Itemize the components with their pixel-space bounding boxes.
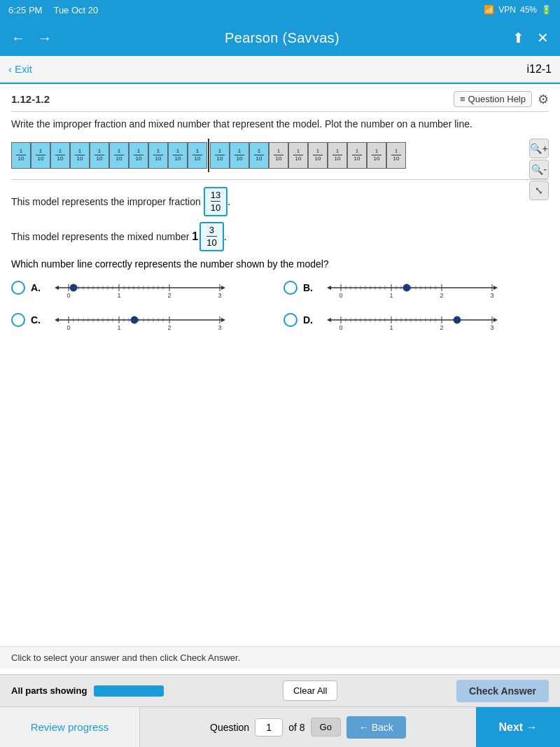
improper-denominator: 10: [211, 202, 220, 214]
back-button[interactable]: ← Back: [346, 716, 406, 739]
svg-marker-62: [221, 318, 225, 322]
number-line-a: 0 1 2 3: [49, 275, 276, 300]
label-a: A.: [31, 282, 41, 293]
help-button-label: Question Help: [468, 94, 526, 104]
period-1: .: [227, 196, 230, 207]
option-a[interactable]: A. 0 1 2 3: [11, 275, 276, 300]
cell-11: 110: [210, 142, 230, 169]
status-day: Tue Oct 20: [53, 5, 98, 15]
close-icon[interactable]: ✕: [537, 29, 549, 46]
instruction-text: Click to select your answer and then cli…: [11, 652, 240, 663]
cell-13: 110: [249, 142, 269, 169]
svg-point-89: [131, 316, 138, 323]
cell-20: 110: [386, 142, 406, 169]
question-help-button[interactable]: ≡ Question Help: [454, 91, 532, 107]
settings-icon[interactable]: ⚙: [538, 92, 549, 107]
svg-text:0: 0: [339, 292, 342, 299]
section-label: 1.12-1.2: [11, 93, 50, 105]
fraction-model: 110 110 110 110 110 110 110 110 110 110 …: [11, 139, 549, 172]
radio-b[interactable]: [284, 281, 298, 295]
svg-text:2: 2: [167, 324, 171, 331]
cell-14: 110: [269, 142, 288, 169]
help-list-icon: ≡: [460, 94, 465, 104]
back-nav-icon[interactable]: ←: [11, 30, 25, 46]
exit-chevron: ‹: [8, 63, 12, 75]
svg-marker-61: [55, 318, 59, 322]
question-number-input[interactable]: [255, 718, 283, 736]
question-nav-label: Question: [210, 722, 249, 733]
svg-text:1: 1: [389, 292, 393, 299]
mixed-numerator: 3: [209, 225, 214, 236]
zoom-in-button[interactable]: 🔍+: [529, 139, 549, 158]
status-time: 6:25 PM: [8, 5, 42, 15]
cell-1: 110: [11, 142, 31, 169]
vpn-label: VPN: [498, 5, 516, 15]
cell-12: 110: [230, 142, 249, 169]
svg-point-119: [454, 316, 461, 323]
svg-text:0: 0: [339, 324, 342, 331]
app-title: Pearson (Savvas): [225, 30, 340, 46]
review-progress-button[interactable]: Review progress: [0, 707, 140, 747]
wifi-icon: 📶: [484, 5, 494, 15]
svg-text:3: 3: [218, 292, 221, 299]
secondary-nav: ‹ Exit i12-1: [0, 56, 560, 83]
section-header: 1.12-1.2 ≡ Question Help ⚙: [11, 91, 549, 112]
svg-point-29: [70, 284, 77, 291]
option-c[interactable]: C. 0 1 2 3: [11, 307, 276, 333]
number-line-c: 0 1 2 3: [49, 307, 276, 333]
instruction-bar: Click to select your answer and then cli…: [0, 646, 560, 669]
svg-text:2: 2: [167, 292, 171, 299]
number-line-question: Which number line correctly represents t…: [11, 258, 549, 270]
progress-bar-mini: [94, 685, 164, 697]
radio-d[interactable]: [284, 313, 298, 327]
svg-marker-32: [493, 286, 498, 290]
svg-marker-2: [221, 286, 225, 290]
cell-19: 110: [367, 142, 386, 169]
improper-fraction-label: This model represents the improper fract…: [11, 196, 201, 207]
cell-18: 110: [347, 142, 367, 169]
cell-7: 110: [129, 142, 148, 169]
go-button[interactable]: Go: [311, 718, 341, 736]
mixed-number-row: This model represents the mixed number 1…: [11, 222, 549, 251]
svg-text:1: 1: [117, 324, 120, 331]
number-line-options: A. 0 1 2 3: [11, 275, 549, 333]
improper-numerator: 13: [211, 190, 220, 201]
expand-button[interactable]: ⤡: [529, 181, 549, 200]
label-d: D.: [303, 314, 313, 326]
question-text: Write the improper fraction and mixed nu…: [11, 118, 549, 132]
cell-16: 110: [308, 142, 328, 169]
cell-15: 110: [288, 142, 308, 169]
next-button[interactable]: Next →: [476, 707, 560, 747]
battery-level: 45%: [520, 5, 537, 15]
zoom-out-button[interactable]: 🔍-: [529, 160, 549, 179]
exit-label: Exit: [15, 63, 32, 75]
option-d[interactable]: D. 0 1 2 3: [284, 307, 549, 333]
improper-fraction-box: 13 10: [204, 187, 227, 216]
radio-c[interactable]: [11, 313, 25, 327]
model-divider: [208, 139, 209, 172]
bottom-nav: Review progress Question of 8 Go ← Back …: [0, 706, 560, 747]
forward-nav-icon[interactable]: →: [38, 30, 52, 46]
svg-marker-31: [327, 286, 331, 290]
improper-fraction-row: This model represents the improper fract…: [11, 187, 549, 216]
bottom-bar: All parts showing Clear All Check Answer: [0, 674, 560, 706]
mixed-fraction-display: 1 3 10: [192, 222, 223, 251]
all-parts-label: All parts showing: [11, 685, 87, 696]
clear-all-button[interactable]: Clear All: [283, 680, 337, 701]
share-icon[interactable]: ⬆: [512, 29, 524, 46]
model-grid: 110 110 110 110 110 110 110 110 110 110 …: [11, 139, 406, 172]
cell-17: 110: [328, 142, 347, 169]
svg-text:1: 1: [389, 324, 393, 331]
fraction-line-2: [206, 236, 216, 237]
cell-2: 110: [31, 142, 50, 169]
exit-button[interactable]: ‹ Exit: [8, 63, 32, 75]
radio-a[interactable]: [11, 281, 25, 295]
content-area: 1.12-1.2 ≡ Question Help ⚙ Write the imp…: [0, 83, 560, 333]
option-b[interactable]: B. 0 1 2 3: [284, 275, 549, 300]
number-line-d: 0 1 2 3: [321, 307, 549, 333]
mixed-fraction-box: 3 10: [200, 222, 223, 251]
svg-text:3: 3: [490, 324, 493, 331]
zoom-controls: 🔍+ 🔍- ⤡: [529, 139, 549, 200]
check-answer-button[interactable]: Check Answer: [456, 680, 549, 702]
number-line-b: 0 1 2 3: [321, 275, 549, 300]
